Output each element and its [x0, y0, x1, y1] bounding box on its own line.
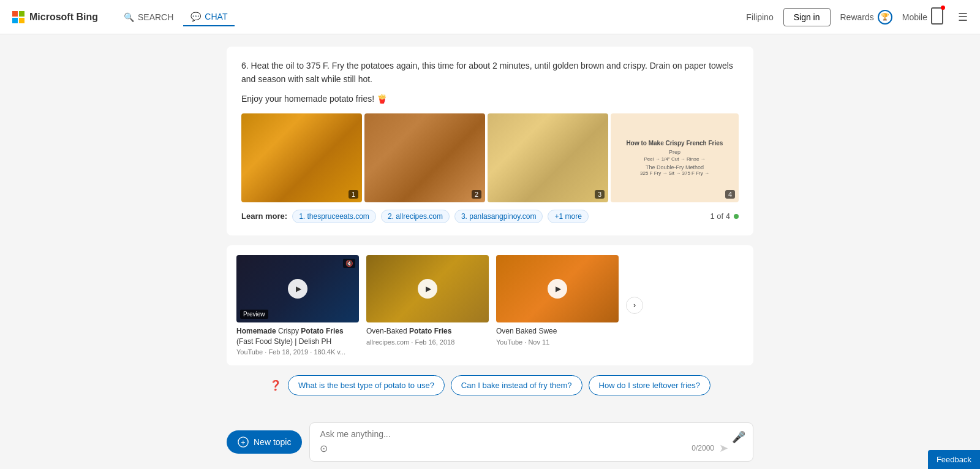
chat-nav-icon: 💬 — [190, 12, 201, 21]
main-nav: 🔍 SEARCH 💬 CHAT — [116, 8, 235, 26]
app-header: Microsoft Bing 🔍 SEARCH 💬 CHAT Filipino … — [0, 0, 980, 34]
suggestion-icon: ❓ — [270, 379, 282, 391]
suggestion-button-1[interactable]: What is the best type of potato to use? — [288, 375, 445, 395]
chat-response-card: 6. Heat the oil to 375 F. Fry the potato… — [227, 47, 753, 235]
video-thumb-2[interactable] — [366, 255, 489, 322]
image-grid: 1 2 3 How to Make Crispy French Fries Pr… — [241, 113, 739, 202]
image-4-infographic[interactable]: How to Make Crispy French Fries Prep Pee… — [611, 113, 739, 202]
new-topic-label: New topic — [254, 437, 291, 447]
chat-container: 6. Heat the oil to 375 F. Fry the potato… — [227, 34, 753, 469]
learn-more-section: Learn more: 1. thespruceeats.com 2. allr… — [241, 210, 739, 223]
video-thumb-3[interactable] — [496, 255, 619, 322]
new-topic-button[interactable]: + New topic — [227, 430, 302, 454]
infographic-prep: Prep — [669, 149, 680, 155]
image-num-3: 3 — [595, 190, 605, 199]
suggestion-button-2[interactable]: Can I bake instead of fry them? — [451, 375, 582, 395]
video-card-2[interactable]: Oven-Baked Potato Fries allrecipes.com ·… — [366, 255, 489, 356]
main-content: 6. Heat the oil to 375 F. Fry the potato… — [0, 34, 980, 469]
video-card-1[interactable]: Preview 🔇 Homemade Crispy Potato Fries (… — [236, 255, 359, 356]
input-container: + New topic 🎤 ⊙ 0/2000 ➤ — [227, 422, 753, 462]
video-section: Preview 🔇 Homemade Crispy Potato Fries (… — [227, 245, 753, 366]
input-bottom: ⊙ 0/2000 ➤ — [320, 441, 728, 455]
thumb-content-3 — [496, 255, 619, 322]
chat-input[interactable] — [320, 429, 728, 439]
feedback-button[interactable]: Feedback — [928, 450, 980, 469]
image-2[interactable]: 2 — [364, 113, 485, 202]
image-num-1: 1 — [349, 190, 358, 199]
image-num-2: 2 — [472, 190, 481, 199]
sign-in-button[interactable]: Sign in — [783, 8, 831, 26]
char-count: 0/2000 — [692, 444, 714, 452]
page-indicator-text: 1 of 4 — [710, 212, 730, 221]
video-title-bold-1b: Potato Fries — [301, 327, 343, 335]
logo-text: Microsoft Bing — [29, 12, 98, 23]
search-nav-icon: 🔍 — [124, 12, 134, 22]
image-3[interactable]: 3 — [488, 113, 608, 202]
play-button-3[interactable] — [548, 279, 567, 299]
status-dot — [734, 214, 739, 219]
video-meta-1: YouTube · Feb 18, 2019 · 180.4K v... — [236, 348, 359, 356]
image-num-4: 4 — [725, 190, 735, 199]
infographic-title: How to Make Crispy French Fries — [627, 140, 723, 147]
input-row: 🎤 — [320, 429, 728, 439]
language-selector[interactable]: Filipino — [746, 12, 773, 22]
microsoft-logo-icon — [12, 11, 24, 23]
svg-text:+: + — [241, 438, 245, 447]
infographic-temps: 325 F Fry → Sit → 375 F Fry → — [640, 170, 709, 176]
suggestions-section: ❓ What is the best type of potato to use… — [227, 375, 753, 395]
learn-more-label: Learn more: — [241, 212, 287, 221]
input-area: + New topic 🎤 ⊙ 0/2000 ➤ — [0, 415, 980, 469]
video-title-1: Homemade Crispy Potato Fries (Fast Food … — [236, 326, 359, 347]
enjoy-text: Enjoy your homemade potato fries! 🍟 — [241, 94, 739, 104]
preview-badge: Preview — [240, 310, 268, 319]
source-link-3[interactable]: 3. panlasangpinoy.com — [454, 210, 543, 223]
source-link-2[interactable]: 2. allrecipes.com — [381, 210, 450, 223]
page-indicator: 1 of 4 — [710, 212, 739, 221]
video-meta-3: YouTube · Nov 11 — [496, 338, 619, 346]
thumb-content-2 — [366, 255, 489, 322]
notification-dot — [941, 6, 945, 10]
step-6-text: 6. Heat the oil to 375 F. Fry the potato… — [241, 59, 739, 86]
mic-icon[interactable]: 🎤 — [732, 430, 745, 444]
nav-search-label: SEARCH — [138, 12, 173, 22]
source-link-1[interactable]: 1. thespruceeats.com — [292, 210, 376, 223]
image-1[interactable]: 1 — [241, 113, 362, 202]
input-box: 🎤 ⊙ 0/2000 ➤ — [309, 422, 753, 462]
nav-chat-label: CHAT — [205, 12, 227, 21]
send-button[interactable]: ➤ — [719, 441, 728, 455]
video-nav-right: › — [626, 255, 643, 356]
logo[interactable]: Microsoft Bing — [12, 11, 98, 23]
video-next-button[interactable]: › — [626, 297, 643, 314]
video-thumb-1[interactable]: Preview 🔇 — [236, 255, 359, 322]
new-topic-icon: + — [238, 437, 249, 448]
rewards-section[interactable]: Rewards 🏆 — [840, 10, 892, 25]
camera-icon[interactable]: ⊙ — [320, 443, 328, 454]
suggestion-button-3[interactable]: How do I store leftover fries? — [589, 375, 710, 395]
video-card-3[interactable]: Oven Baked Swee YouTube · Nov 11 — [496, 255, 619, 356]
hamburger-menu[interactable]: ☰ — [958, 10, 968, 24]
mobile-label: Mobile — [902, 12, 927, 22]
mobile-icon — [931, 7, 943, 25]
video-meta-2: allrecipes.com · Feb 16, 2018 — [366, 338, 489, 346]
play-button-2[interactable] — [418, 279, 437, 299]
video-title-bold-1: Homemade — [236, 327, 276, 335]
nav-search[interactable]: 🔍 SEARCH — [116, 9, 181, 26]
rewards-label: Rewards — [840, 12, 874, 22]
nav-chat[interactable]: 💬 CHAT — [183, 8, 235, 26]
video-title-2: Oven-Baked Potato Fries — [366, 326, 489, 337]
infographic-method: The Double-Fry Method — [646, 164, 704, 170]
rewards-icon: 🏆 — [878, 10, 892, 25]
video-title-3: Oven Baked Swee — [496, 326, 619, 337]
play-button-1[interactable] — [288, 279, 307, 299]
video-title-bold-2: Potato Fries — [409, 327, 451, 335]
mobile-section[interactable]: Mobile — [902, 7, 943, 26]
volume-icon[interactable]: 🔇 — [343, 259, 355, 268]
header-right: Filipino Sign in Rewards 🏆 Mobile ☰ — [746, 7, 968, 26]
source-link-more[interactable]: +1 more — [548, 210, 588, 223]
infographic-steps: Peel → 1/4" Cut → Rinse → — [644, 156, 705, 162]
